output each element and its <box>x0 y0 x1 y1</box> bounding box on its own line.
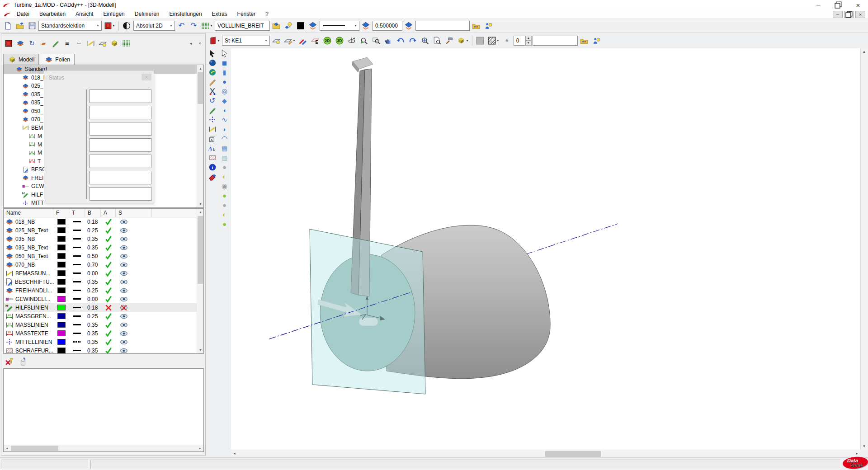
linetype-sample[interactable] <box>73 290 81 291</box>
table-row[interactable]: MITTELLINIEN0.35 <box>4 338 203 346</box>
transform-tool-button[interactable]: ↺ <box>207 96 218 105</box>
plane-element-button[interactable]: E <box>310 35 321 46</box>
linetype-show-button[interactable] <box>283 20 294 31</box>
restore-deleted-button[interactable] <box>18 357 28 366</box>
table-row[interactable]: 035_NB_Text0.35 <box>4 243 203 252</box>
chevron-down-icon[interactable]: ▼ <box>210 24 213 27</box>
hatch-pattern-button[interactable]: ▼ <box>487 35 500 46</box>
chevron-down-icon[interactable]: ▼ <box>217 39 220 42</box>
table-row[interactable]: 018_NB0.18 <box>4 217 203 226</box>
color-swatch[interactable] <box>57 253 66 259</box>
boolean-split-tool-button[interactable]: ◐ <box>219 210 230 219</box>
info-tool-button[interactable]: i <box>207 162 218 172</box>
extrude-tool-button[interactable]: ◖ <box>219 105 230 115</box>
mdi-minimize-button[interactable]: ─ <box>833 11 843 18</box>
color-swatch[interactable] <box>57 339 66 345</box>
boolean-merge-tool-button[interactable]: ● <box>219 200 230 210</box>
table-scrollbar[interactable]: ▲ ▼ <box>197 209 203 353</box>
status-popup-close-button[interactable]: ✕ <box>142 74 151 80</box>
color-swatch[interactable] <box>57 227 66 233</box>
sphere-primitive-tool-button[interactable]: ● <box>219 77 230 86</box>
menu-definieren[interactable]: Definieren <box>130 10 165 19</box>
plane-visibility-button[interactable] <box>271 35 282 46</box>
color-swatch[interactable] <box>57 348 66 353</box>
sweep-tool-button[interactable]: ∿ <box>219 115 230 124</box>
menu-einstellungen[interactable]: Einstellungen <box>165 10 207 19</box>
cylinder-primitive-tool-button[interactable]: ▮ <box>219 67 230 77</box>
folie-lines-button[interactable]: ≡ <box>62 38 72 48</box>
menu-ansicht[interactable]: Ansicht <box>71 10 98 19</box>
group-folder-button-2[interactable] <box>579 35 590 46</box>
status-popup-field[interactable] <box>90 138 151 152</box>
folie-plane-button[interactable] <box>97 38 108 48</box>
folie-refresh-button[interactable]: ↻ <box>27 38 37 48</box>
linetype-sample[interactable] <box>73 264 81 265</box>
boolean-intersect-tool-button[interactable]: ◉ <box>219 181 230 191</box>
folie-model-button[interactable] <box>109 38 119 48</box>
slab-tool-button[interactable]: ▤ <box>219 143 230 153</box>
linetype-sample[interactable] <box>73 247 81 248</box>
linetype-input[interactable] <box>215 21 270 31</box>
table-row[interactable]: 10MASSLINIEN0.35 <box>4 320 203 329</box>
folie-new-button[interactable] <box>15 38 25 48</box>
prism-primitive-tool-button[interactable]: ◆ <box>219 96 230 105</box>
clear-filter-button[interactable] <box>4 357 14 366</box>
status-popup-field[interactable] <box>90 171 151 184</box>
restore-button[interactable] <box>828 0 848 10</box>
column-header-t[interactable]: T <box>69 209 85 217</box>
tab-folien[interactable]: Folien <box>40 54 75 65</box>
linetype-sample[interactable] <box>73 307 81 308</box>
color-swatch[interactable] <box>57 219 66 225</box>
color-swatch[interactable] <box>57 262 66 268</box>
measure-tool-button[interactable]: A <box>207 134 218 143</box>
view-3d-button[interactable]: 3D <box>334 35 345 46</box>
construction-element-combo[interactable]: St-KE1▼ <box>222 36 270 46</box>
hatch-color-swatch[interactable] <box>475 35 486 46</box>
current-color-swatch[interactable] <box>295 20 307 31</box>
folie-dimension-button[interactable] <box>85 38 96 48</box>
color-swatch[interactable] <box>57 305 66 310</box>
draw-mode-button[interactable] <box>121 20 132 31</box>
linetype-sample[interactable] <box>73 230 81 231</box>
linetype-sample[interactable] <box>73 333 81 334</box>
regenerate-button[interactable] <box>444 35 455 46</box>
chevron-down-icon[interactable]: ▼ <box>352 21 359 30</box>
table-row[interactable]: 10MASSTEXTE0.35 <box>4 329 203 338</box>
color-swatch[interactable] <box>57 322 66 328</box>
rotate-view-button[interactable] <box>346 35 358 46</box>
hatch-angle-spinner[interactable]: ▲▼ <box>514 36 532 46</box>
linetype-sample[interactable] <box>73 281 81 282</box>
spinner-up-icon[interactable]: ▲ <box>525 36 532 41</box>
menu-extras[interactable]: Extras <box>207 10 232 19</box>
solid-edit-tool-button[interactable] <box>207 67 218 77</box>
table-row[interactable]: 070_NB0.70 <box>4 260 203 269</box>
viewport-horizontal-scrollbar[interactable]: ◂ ▸ <box>231 450 860 457</box>
user-settings-button[interactable] <box>483 20 494 31</box>
solid-tool-button[interactable] <box>207 58 218 67</box>
zoom-selection-button[interactable] <box>359 35 370 46</box>
linetype-sample[interactable] <box>73 298 81 300</box>
status-popup-field[interactable] <box>90 106 151 119</box>
chevron-down-icon[interactable]: ▼ <box>112 24 115 27</box>
chevron-down-icon[interactable]: ▼ <box>292 39 296 42</box>
menu-fenster[interactable]: Fenster <box>232 10 261 19</box>
table-row[interactable]: HHILFSLINIEN0.18 <box>4 303 203 312</box>
torus-primitive-tool-button[interactable]: ◎ <box>219 86 230 96</box>
parameter-input[interactable] <box>415 21 470 31</box>
draw-tool-button[interactable] <box>207 77 218 86</box>
dome-tool-button[interactable]: ◠ <box>219 134 230 143</box>
hatch-angle-spinner-value[interactable] <box>514 36 525 46</box>
open-file-button[interactable] <box>14 20 25 31</box>
boolean-union-tool-button[interactable]: ● <box>219 162 230 172</box>
menu-einfgen[interactable]: Einfügen <box>98 10 129 19</box>
hatch-favorite-button[interactable]: ★ <box>501 35 513 46</box>
spinner-down-icon[interactable]: ▼ <box>525 41 532 46</box>
boolean-cut-tool-button[interactable]: ◐ <box>219 172 230 181</box>
column-header-s[interactable]: S <box>116 209 152 217</box>
grid-settings-button[interactable]: ▼ <box>200 20 214 31</box>
apply-linewidth-button[interactable] <box>403 20 415 31</box>
table-row[interactable]: BESCHRIFTU...0.35 <box>4 277 203 286</box>
color-swatch[interactable] <box>57 279 66 285</box>
table-row[interactable]: 050_NB_Text0.50 <box>4 252 203 260</box>
tree-item-schraffurlinien[interactable]: SCHRAFFURLINIEN <box>4 207 203 208</box>
